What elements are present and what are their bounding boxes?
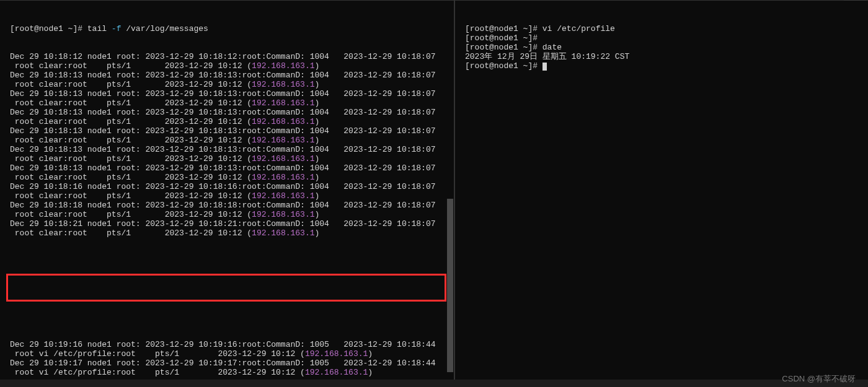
log-vi-block: Dec 29 10:19:16 node1 root: 2023-12-29 1… bbox=[10, 340, 450, 377]
terminal-line: [root@node1 ~]# vi /etc/profile bbox=[465, 24, 864, 33]
log-line: root vi /etc/profile:root pts/1 2023-12-… bbox=[10, 368, 450, 377]
split-pane-container: [root@node1 ~]# tail -f /var/log/message… bbox=[0, 0, 868, 380]
tail-command-line: [root@node1 ~]# tail -f /var/log/message… bbox=[10, 24, 450, 33]
terminal-line: [root@node1 ~]# date bbox=[465, 43, 864, 52]
log-line: root clear:root pts/1 2023-12-29 10:12 (… bbox=[10, 61, 450, 71]
log-line: root vi /etc/profile:root pts/1 2023-12-… bbox=[10, 349, 450, 359]
log-line: root clear:root pts/1 2023-12-29 10:12 (… bbox=[10, 228, 450, 238]
terminal-cursor bbox=[542, 63, 547, 71]
log-line: root clear:root pts/1 2023-12-29 10:12 (… bbox=[10, 210, 450, 219]
log-line: Dec 29 10:18:13 node1 root: 2023-12-29 1… bbox=[10, 71, 450, 80]
log-line: Dec 29 10:18:13 node1 root: 2023-12-29 1… bbox=[10, 163, 450, 173]
shell-prompt: [root@node1 ~]# tail bbox=[10, 24, 112, 33]
log-line: Dec 29 10:19:16 node1 root: 2023-12-29 1… bbox=[10, 340, 450, 349]
tail-path: /var/log/messages bbox=[121, 24, 208, 33]
log-line: Dec 29 10:18:13 node1 root: 2023-12-29 1… bbox=[10, 145, 450, 154]
log-blank bbox=[10, 256, 450, 266]
log-line: root clear:root pts/1 2023-12-29 10:12 (… bbox=[10, 154, 450, 163]
log-line: root clear:root pts/1 2023-12-29 10:12 (… bbox=[10, 117, 450, 126]
tail-option: -f bbox=[112, 24, 122, 33]
terminal-line: 2023年 12月 29日 星期五 10:19:22 CST bbox=[465, 52, 864, 61]
watermark-text: CSDN @有莘不破呀 bbox=[782, 373, 856, 385]
terminal-line: [root@node1 ~]# bbox=[465, 61, 864, 71]
log-blank bbox=[10, 284, 450, 294]
log-line: root clear:root pts/1 2023-12-29 10:12 (… bbox=[10, 80, 450, 89]
log-line: Dec 29 10:18:13 node1 root: 2023-12-29 1… bbox=[10, 126, 450, 136]
log-line: Dec 29 10:18:16 node1 root: 2023-12-29 1… bbox=[10, 182, 450, 191]
log-line: Dec 29 10:18:18 node1 root: 2023-12-29 1… bbox=[10, 201, 450, 210]
terminal-pane-left[interactable]: [root@node1 ~]# tail -f /var/log/message… bbox=[0, 1, 454, 380]
log-line: Dec 29 10:18:13 node1 root: 2023-12-29 1… bbox=[10, 108, 450, 117]
log-line: Dec 29 10:19:17 node1 root: 2023-12-29 1… bbox=[10, 359, 450, 368]
scrollbar-thumb[interactable] bbox=[447, 199, 453, 372]
log-line: root clear:root pts/1 2023-12-29 10:12 (… bbox=[10, 98, 450, 108]
terminal-line: [root@node1 ~]# bbox=[465, 33, 864, 43]
scrollbar-vertical[interactable] bbox=[446, 1, 454, 380]
log-line: Dec 29 10:18:12 node1 root: 2023-12-29 1… bbox=[10, 52, 450, 61]
log-line: Dec 29 10:18:13 node1 root: 2023-12-29 1… bbox=[10, 89, 450, 98]
log-line: root clear:root pts/1 2023-12-29 10:12 (… bbox=[10, 136, 450, 145]
log-blank bbox=[10, 312, 450, 321]
log-output-block: Dec 29 10:18:12 node1 root: 2023-12-29 1… bbox=[10, 52, 450, 238]
log-line: root clear:root pts/1 2023-12-29 10:12 (… bbox=[10, 191, 450, 201]
log-line: root clear:root pts/1 2023-12-29 10:12 (… bbox=[10, 173, 450, 182]
terminal-pane-right[interactable]: [root@node1 ~]# vi /etc/profile[root@nod… bbox=[454, 1, 868, 380]
right-output: [root@node1 ~]# vi /etc/profile[root@nod… bbox=[465, 24, 864, 71]
log-line: Dec 29 10:18:21 node1 root: 2023-12-29 1… bbox=[10, 219, 450, 228]
